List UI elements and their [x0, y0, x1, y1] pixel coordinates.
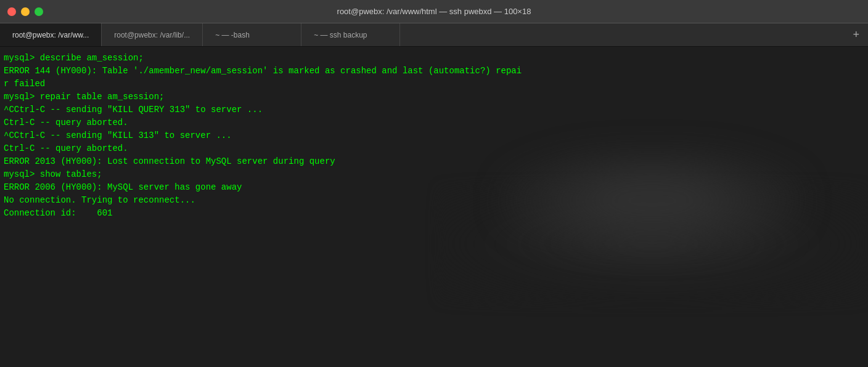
terminal-line: Connection id: 601 [4, 207, 864, 220]
terminal-line: mysql> describe am_session; [4, 52, 864, 65]
tab-label-1: root@pwebx: /var/lib/... [114, 31, 190, 39]
terminal-line: ERROR 144 (HY000): Table './amember_new/… [4, 65, 864, 78]
terminal-line: No connection. Trying to reconnect... [4, 194, 864, 207]
terminal-line: ERROR 2006 (HY000): MySQL server has gon… [4, 181, 864, 194]
window-title: root@pwebx: /var/www/html — ssh pwebxd —… [337, 7, 531, 16]
terminal-line: ^CCtrl-C -- sending "KILL 313" to server… [4, 129, 864, 142]
terminal-line: r failed [4, 78, 864, 91]
terminal-line: mysql> show tables; [4, 168, 864, 181]
tab-label-3: ~ — ssh backup [314, 31, 367, 39]
tab-label-2: ~ — -bash [215, 31, 250, 39]
terminal-line: mysql> repair table am_session; [4, 91, 864, 103]
maximize-button[interactable] [35, 7, 43, 16]
tab-1[interactable]: root@pwebx: /var/lib/... [102, 23, 203, 46]
close-button[interactable] [7, 7, 16, 16]
title-bar: root@pwebx: /var/www/html — ssh pwebxd —… [0, 0, 868, 23]
terminal-line: ERROR 2013 (HY000): Lost connection to M… [4, 155, 864, 168]
terminal-line: Ctrl-C -- query aborted. [4, 116, 864, 129]
terminal-content: mysql> describe am_session;ERROR 144 (HY… [4, 52, 864, 220]
traffic-lights [7, 7, 43, 16]
terminal-output[interactable]: mysql> describe am_session;ERROR 144 (HY… [0, 47, 868, 367]
terminal-line: ^CCtrl-C -- sending "KILL QUERY 313" to … [4, 103, 864, 116]
new-tab-button[interactable]: + [844, 23, 868, 46]
terminal-line: Ctrl-C -- query aborted. [4, 142, 864, 155]
tab-bar: root@pwebx: /var/ww... root@pwebx: /var/… [0, 23, 868, 47]
minimize-button[interactable] [21, 7, 30, 16]
tab-2[interactable]: ~ — -bash [203, 23, 301, 46]
tab-0[interactable]: root@pwebx: /var/ww... [0, 23, 102, 46]
tab-3[interactable]: ~ — ssh backup [301, 23, 400, 46]
tab-label-0: root@pwebx: /var/ww... [12, 31, 89, 39]
